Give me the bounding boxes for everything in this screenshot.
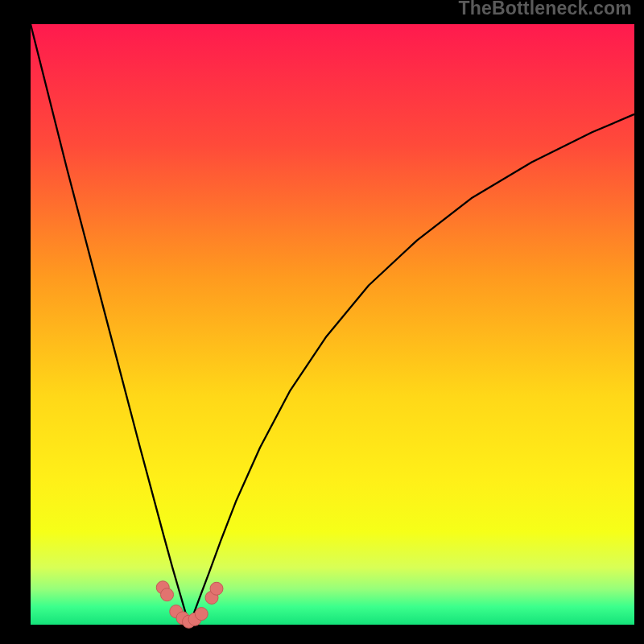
chart-frame: TheBottleneck.com	[0, 0, 644, 644]
curve-marker	[195, 608, 208, 621]
watermark-text: TheBottleneck.com	[458, 0, 632, 19]
curve-marker	[161, 588, 174, 601]
plot-background	[31, 24, 634, 625]
curve-marker	[210, 582, 223, 595]
chart-canvas	[0, 0, 644, 644]
